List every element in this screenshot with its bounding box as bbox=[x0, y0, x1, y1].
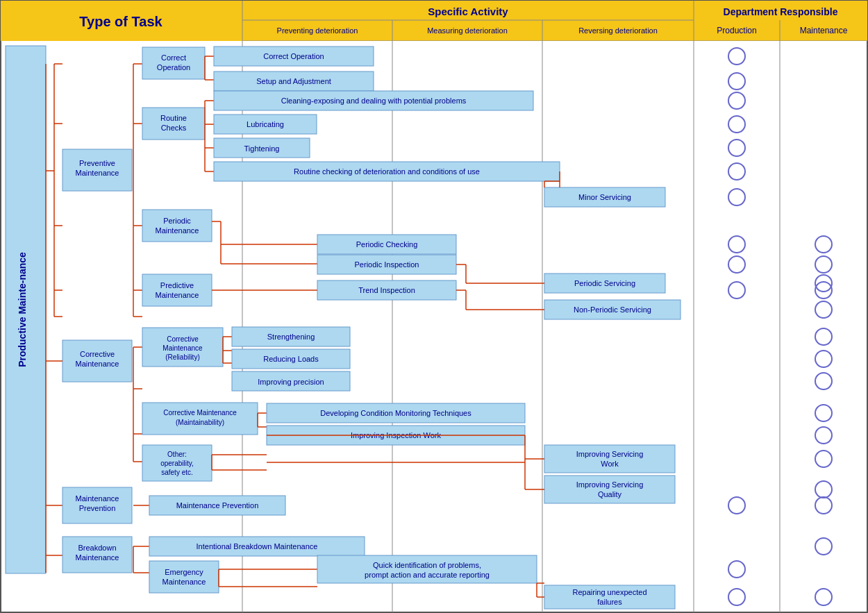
improving-precision-item: Improving precision bbox=[258, 378, 324, 386]
production-header: Production bbox=[717, 26, 756, 35]
corrective-reliability-box3: (Reliability) bbox=[165, 353, 199, 361]
quick-identification-item2: prompt action and accurate reporting bbox=[365, 571, 490, 579]
svg-rect-37 bbox=[142, 274, 212, 306]
dept-responsible-header: Department Responsible bbox=[724, 6, 838, 17]
maintenance-prevention-box: Maintenance bbox=[76, 494, 119, 503]
maintenance-prevention-item: Maintenance Prevention bbox=[176, 501, 259, 510]
repairing-unexpected-item: Repairing unexpected bbox=[572, 588, 646, 596]
developing-condition-item: Developing Condition Monitoring Techniqu… bbox=[320, 409, 471, 417]
routine-checks-label: Routine bbox=[160, 114, 187, 122]
periodic-inspection-item: Periodic Inspection bbox=[355, 260, 419, 269]
corrective-reliability-box2: Maintenance bbox=[162, 344, 203, 352]
breakdown-maintenance-box2: Maintenance bbox=[76, 553, 119, 562]
reducing-loads-item: Reducing Loads bbox=[263, 355, 319, 363]
improving-servicing-quality-item2: Quality bbox=[598, 490, 622, 498]
correct-operation-box2: Operation bbox=[157, 63, 190, 72]
other-operability-box: Other: bbox=[167, 451, 187, 458]
productive-maintenance-label: Productive Mainte-nance bbox=[17, 252, 28, 367]
page-container: Type of Task Specific Activity Preventin… bbox=[0, 0, 868, 613]
reversing-header: Reversing deterioration bbox=[578, 26, 658, 35]
breakdown-maintenance-box: Breakdown bbox=[78, 544, 116, 552]
cleaning-item: Cleaning-exposing and dealing with poten… bbox=[281, 96, 467, 105]
corrective-maintainability-box2: (Maintainability) bbox=[176, 419, 224, 426]
improving-servicing-work-item: Improving Servicing bbox=[576, 450, 644, 458]
trend-inspection-item: Trend Inspection bbox=[358, 286, 415, 294]
other-operability-box3: safety etc. bbox=[161, 469, 193, 476]
predictive-maintenance-label: Predictive bbox=[160, 281, 194, 289]
specific-activity-header: Specific Activity bbox=[428, 6, 508, 17]
measuring-header: Measuring deterioration bbox=[427, 26, 508, 35]
non-periodic-servicing-item: Non-Periodic Servicing bbox=[574, 305, 651, 314]
routine-checking-item: Routine checking of deterioration and co… bbox=[294, 167, 480, 176]
strengthening-item: Strengthening bbox=[267, 333, 315, 341]
corrective-maintenance-box2: Maintenance bbox=[76, 360, 119, 368]
repairing-unexpected-item2: failures bbox=[597, 598, 622, 606]
minor-servicing-item: Minor Servicing bbox=[578, 193, 631, 201]
predictive-maintenance-label2: Maintenance bbox=[156, 291, 199, 299]
intentional-breakdown-item: Intentional Breakdown Maintenance bbox=[197, 542, 318, 551]
other-operability-box2: operability, bbox=[160, 460, 194, 467]
preventive-maintenance-label: Preventive bbox=[79, 159, 115, 167]
maintenance-header: Maintenance bbox=[800, 26, 848, 35]
svg-rect-98 bbox=[544, 476, 675, 503]
periodic-servicing-item: Periodic Servicing bbox=[574, 279, 635, 287]
preventing-header: Preventing deterioration bbox=[277, 26, 358, 35]
maintenance-prevention-box2: Prevention bbox=[79, 504, 116, 512]
setup-adjustment-item: Setup and Adjustment bbox=[256, 77, 331, 85]
periodic-maintenance-label2: Maintenance bbox=[156, 226, 199, 235]
svg-rect-118 bbox=[317, 555, 537, 583]
improving-servicing-quality-item: Improving Servicing bbox=[576, 480, 644, 489]
preventive-maintenance-label2: Maintenance bbox=[76, 169, 119, 177]
svg-rect-36 bbox=[142, 210, 212, 242]
emergency-maintenance-box2: Maintenance bbox=[162, 578, 206, 586]
correct-operation-box: Correct bbox=[161, 53, 186, 62]
routine-checks-label2: Checks bbox=[161, 124, 187, 132]
correct-operation-item: Correct Operation bbox=[263, 52, 324, 60]
quick-identification-item: Quick identification of problems, bbox=[373, 561, 481, 569]
tightening-item: Tightening bbox=[244, 144, 280, 153]
corrective-reliability-box: Corrective bbox=[167, 335, 199, 343]
corrective-maintenance-box: Corrective bbox=[80, 350, 115, 358]
main-diagram: Type of Task Specific Activity Preventin… bbox=[0, 0, 868, 613]
svg-rect-114 bbox=[149, 561, 219, 593]
corrective-maintainability-box: Corrective Maintenance bbox=[163, 409, 237, 417]
periodic-maintenance-label: Periodic bbox=[163, 217, 191, 225]
svg-rect-97 bbox=[544, 445, 675, 473]
improving-servicing-work-item2: Work bbox=[601, 460, 619, 468]
periodic-checking-item: Periodic Checking bbox=[356, 240, 418, 249]
lubricating-item: Lubricating bbox=[247, 120, 284, 128]
type-of-task-header: Type of Task bbox=[79, 14, 162, 29]
emergency-maintenance-box: Emergency bbox=[165, 568, 203, 576]
